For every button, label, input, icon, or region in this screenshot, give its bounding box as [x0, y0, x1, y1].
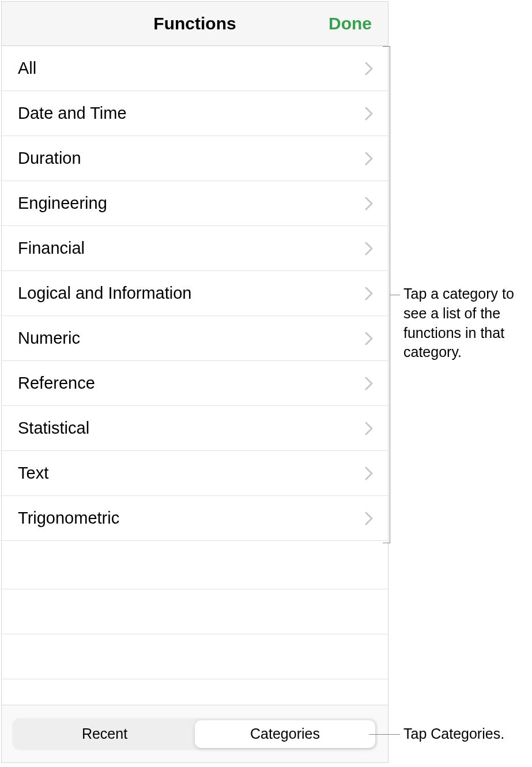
category-row-logical[interactable]: Logical and Information [2, 271, 388, 316]
chevron-right-icon [365, 287, 373, 300]
category-label: Financial [18, 239, 365, 258]
callout-text: Tap Categories. [403, 724, 530, 744]
category-row-all[interactable]: All [2, 46, 388, 91]
empty-row [2, 634, 388, 679]
chevron-right-icon [365, 107, 373, 121]
category-label: Statistical [18, 419, 365, 438]
category-row-numeric[interactable]: Numeric [2, 316, 388, 361]
category-label: Text [18, 464, 365, 483]
callout-line-icon [390, 295, 400, 295]
category-label: Reference [18, 374, 365, 393]
functions-panel: Functions Done All Date and Time Duratio… [1, 1, 388, 763]
category-row-reference[interactable]: Reference [2, 361, 388, 406]
chevron-right-icon [365, 62, 373, 76]
chevron-right-icon [365, 467, 373, 480]
category-row-trigonometric[interactable]: Trigonometric [2, 496, 388, 541]
category-row-financial[interactable]: Financial [2, 226, 388, 271]
empty-row [2, 589, 388, 634]
chevron-right-icon [365, 512, 373, 525]
category-label: All [18, 59, 365, 78]
segmented-control: Recent Categories [12, 718, 378, 750]
category-list: All Date and Time Duration Engineering F… [2, 46, 388, 705]
chevron-right-icon [365, 377, 373, 390]
category-label: Duration [18, 149, 365, 168]
category-label: Engineering [18, 194, 365, 213]
chevron-right-icon [365, 242, 373, 255]
empty-row [2, 541, 388, 589]
category-label: Date and Time [18, 104, 365, 123]
tab-categories[interactable]: Categories [195, 720, 375, 748]
panel-title: Functions [153, 14, 236, 33]
category-label: Trigonometric [18, 509, 365, 528]
category-row-duration[interactable]: Duration [2, 136, 388, 181]
panel-footer: Recent Categories [2, 705, 388, 762]
chevron-right-icon [365, 152, 373, 166]
callout-line-icon [369, 734, 400, 735]
category-row-engineering[interactable]: Engineering [2, 181, 388, 226]
category-row-date-and-time[interactable]: Date and Time [2, 91, 388, 136]
category-row-text[interactable]: Text [2, 451, 388, 496]
category-row-statistical[interactable]: Statistical [2, 406, 388, 451]
chevron-right-icon [365, 197, 373, 210]
category-label: Numeric [18, 329, 365, 348]
done-button[interactable]: Done [329, 14, 372, 33]
chevron-right-icon [365, 332, 373, 345]
panel-header: Functions Done [2, 2, 388, 46]
callout-text: Tap a category to see a list of the func… [403, 284, 525, 362]
chevron-right-icon [365, 422, 373, 435]
category-label: Logical and Information [18, 284, 365, 303]
tab-recent[interactable]: Recent [14, 720, 195, 748]
